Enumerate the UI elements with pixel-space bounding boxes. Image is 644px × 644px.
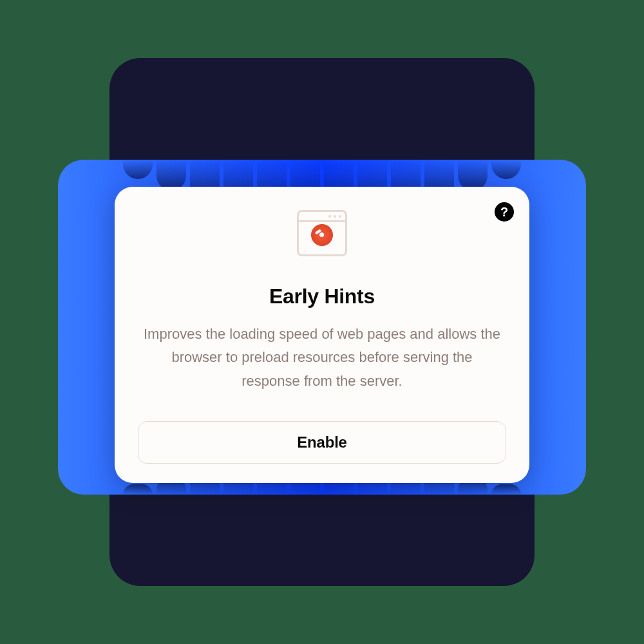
help-icon: ? — [500, 205, 508, 220]
enable-button[interactable]: Enable — [138, 421, 506, 464]
feature-card: ? Early Hints Improves the loading speed… — [115, 187, 529, 483]
card-title: Early Hints — [269, 285, 375, 308]
gauge-icon — [311, 224, 333, 246]
card-description: Improves the loading speed of web pages … — [142, 323, 502, 393]
window-titlebar-icon — [299, 212, 345, 222]
help-button[interactable]: ? — [495, 202, 514, 222]
speed-gauge-window-icon — [297, 210, 347, 256]
enable-button-label: Enable — [297, 433, 347, 451]
